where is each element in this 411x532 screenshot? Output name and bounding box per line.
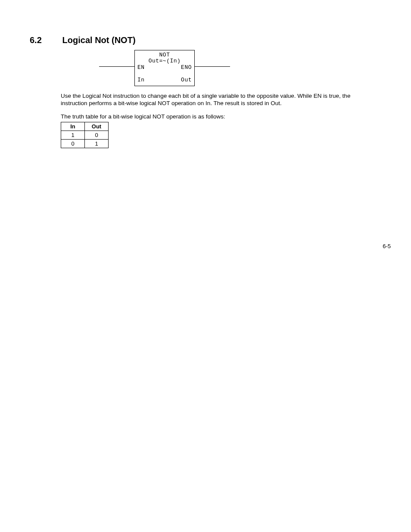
pin-en-label: EN — [137, 64, 145, 71]
pin-out-label: Out — [181, 77, 192, 83]
pin-eno-label: ENO — [181, 64, 192, 71]
page: 6.2 Logical Not (NOT) NOT Out=~(In) EN E… — [0, 0, 411, 532]
block-expression: Out=~(In) — [135, 58, 194, 64]
table-cell: 1 — [85, 140, 109, 148]
table-header-out: Out — [85, 122, 109, 131]
section-title: Logical Not (NOT) — [62, 35, 136, 45]
block-mnemonic: NOT — [135, 52, 194, 58]
table-cell: 1 — [61, 131, 85, 140]
table-header-row: In Out — [61, 122, 109, 131]
table-row: 1 0 — [61, 131, 109, 140]
paragraph-description: Use the Logical Not instruction to chang… — [61, 93, 362, 107]
table-header-in: In — [61, 122, 85, 131]
rail-right-line — [195, 66, 230, 67]
table-cell: 0 — [61, 140, 85, 148]
paragraph-truth-table-intro: The truth table for a bit-wise logical N… — [61, 113, 362, 121]
truth-table: In Out 1 0 0 1 — [61, 122, 109, 148]
pin-in-label: In — [137, 77, 145, 83]
rail-left-line — [99, 66, 134, 67]
section-heading: 6.2 Logical Not (NOT) — [30, 35, 136, 45]
section-number: 6.2 — [30, 35, 60, 45]
table-cell: 0 — [85, 131, 109, 140]
page-number: 6-5 — [383, 243, 391, 249]
ladder-diagram: NOT Out=~(In) EN ENO In Out — [99, 50, 228, 87]
instruction-block: NOT Out=~(In) EN ENO In Out — [134, 50, 195, 86]
table-row: 0 1 — [61, 140, 109, 148]
